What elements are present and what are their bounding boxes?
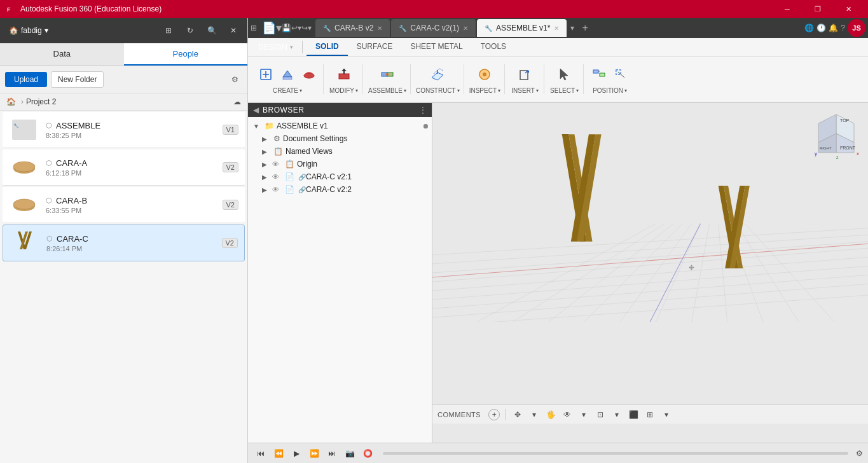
tab-close-icon[interactable]: ✕	[377, 25, 382, 32]
redo-icon[interactable]: ↪▾	[301, 24, 312, 32]
revolve-tool[interactable]	[299, 64, 319, 85]
expand-icon[interactable]: ▶	[262, 186, 271, 193]
upload-button[interactable]: Upload	[5, 72, 47, 87]
tree-item-cara-c-v2-2[interactable]: ▶ 👁 📄 🔗 CARA-C v2:2	[248, 183, 432, 196]
visibility-icon[interactable]: 👁	[272, 160, 282, 168]
user-button[interactable]: 🏠 fabdig ▾	[5, 24, 52, 38]
align-tool[interactable]	[589, 64, 609, 85]
tab-add-button[interactable]: +	[578, 22, 591, 34]
grid-btn[interactable]: ⊞	[643, 408, 657, 422]
expand-icon[interactable]: ▶	[262, 161, 271, 168]
version-badge[interactable]: V2	[223, 200, 238, 210]
home-icon[interactable]: 🏠	[6, 97, 16, 106]
position-tool-2[interactable]	[610, 64, 631, 85]
version-badge[interactable]: V2	[222, 238, 238, 248]
waffle-icon[interactable]: ⊞	[251, 24, 257, 32]
assemble-label[interactable]: ASSEMBLE ▾	[368, 87, 406, 94]
create-label[interactable]: CREATE ▾	[273, 87, 302, 94]
user-avatar[interactable]: JS	[848, 19, 865, 37]
tree-item-origin[interactable]: ▶ 👁 📋 Origin	[248, 158, 432, 170]
tab-close-icon[interactable]: ✕	[463, 25, 468, 32]
insert-label[interactable]: INSERT ▾	[511, 87, 539, 94]
play-button[interactable]: ▶	[289, 446, 304, 461]
look-btn-2[interactable]: ▾	[577, 408, 591, 422]
design-dropdown[interactable]: DESIGN ▾	[253, 41, 298, 53]
skip-end-button[interactable]: ⏭	[324, 446, 340, 461]
pan-btn-2[interactable]: ▾	[527, 408, 541, 422]
measure-tool[interactable]	[474, 64, 495, 85]
expand-icon[interactable]: ▶	[262, 135, 271, 142]
list-item[interactable]: ⬡ CARA-C 8:26:14 PM V2	[3, 225, 245, 261]
hand-tool-btn[interactable]: 🖐	[544, 408, 558, 422]
record-icon[interactable]: ⏺	[422, 122, 429, 130]
expand-icon[interactable]: ▶	[262, 174, 271, 181]
playback-settings-icon[interactable]: ⚙	[856, 449, 863, 458]
minimize-button[interactable]: ─	[773, 0, 802, 18]
tab-solid[interactable]: SOLID	[307, 38, 348, 56]
close-button[interactable]: ✕	[834, 0, 863, 18]
new-folder-button[interactable]: New Folder	[51, 71, 104, 88]
visibility-icon[interactable]: 👁	[272, 186, 282, 193]
save-icon[interactable]: 💾	[282, 24, 291, 32]
tab-close-icon[interactable]: ✕	[554, 25, 559, 32]
version-badge[interactable]: V2	[223, 162, 238, 172]
list-item[interactable]: ⬡ CARA-A 6:12:18 PM V2	[3, 149, 245, 186]
offset-plane-tool[interactable]	[427, 64, 448, 85]
tab-surface[interactable]: SURFACE	[348, 38, 402, 56]
tab-cara-c-v2-1[interactable]: 🔧 CARA-C v2(1) ✕	[391, 19, 476, 37]
capture-frame-btn[interactable]: 📷	[342, 446, 357, 461]
help-icon[interactable]: ?	[841, 24, 845, 32]
tab-data[interactable]: Data	[0, 43, 124, 66]
expand-icon[interactable]: ▶	[262, 148, 271, 155]
tab-sheet-metal[interactable]: SHEET METAL	[401, 38, 471, 56]
tab-assemble-v1[interactable]: 🔧 ASSEMBLE v1* ✕	[477, 19, 567, 37]
close-panel-icon[interactable]: ✕	[224, 22, 242, 39]
tree-item-assemble[interactable]: ▼ 📁 ASSEMBLE v1 ⏺	[248, 120, 432, 132]
list-item[interactable]: ⬡ CARA-B 6:33:55 PM V2	[3, 187, 245, 223]
cloud-icon[interactable]: ☁	[233, 97, 241, 106]
file-dropdown-icon[interactable]: 📄▾	[262, 21, 282, 35]
joint-tool[interactable]	[377, 64, 397, 85]
display-mode-btn[interactable]: ⬛	[626, 408, 640, 422]
expand-icon[interactable]: ▼	[253, 123, 262, 130]
maximize-button[interactable]: ❐	[803, 0, 832, 18]
modify-label[interactable]: MODIFY ▾	[329, 87, 358, 94]
tree-item-cara-c-v2-1[interactable]: ▶ 👁 📄 🔗 CARA-C v2:1	[248, 170, 432, 183]
step-back-button[interactable]: ⏪	[271, 446, 286, 461]
3d-viewport[interactable]: TOP FRONT RIGHT x y z COMMENTS + ✥ ▾	[432, 103, 868, 443]
select-label[interactable]: SELECT ▾	[550, 87, 579, 94]
browser-collapse-icon[interactable]: ◀	[253, 106, 259, 114]
step-forward-button[interactable]: ⏩	[307, 446, 322, 461]
tab-people[interactable]: People	[124, 43, 248, 66]
version-badge[interactable]: V1	[223, 125, 238, 135]
add-comment-button[interactable]: +	[488, 409, 500, 420]
tree-item-doc-settings[interactable]: ▶ ⚙ Document Settings	[248, 132, 432, 145]
network-icon[interactable]: 🌐	[804, 24, 814, 32]
tab-tools[interactable]: TOOLS	[472, 38, 515, 56]
undo-icon[interactable]: ↩▾	[291, 24, 301, 32]
select-tool[interactable]	[555, 64, 575, 85]
visibility-icon[interactable]: 👁	[272, 173, 282, 181]
tab-overflow-icon[interactable]: ▾	[568, 24, 577, 32]
zoom-fit-btn[interactable]: ⊡	[593, 408, 607, 422]
new-component-tool[interactable]	[256, 64, 276, 85]
construct-label[interactable]: CONSTRUCT ▾	[416, 87, 460, 94]
list-item[interactable]: 🔧 ⬡ ASSEMBLE 8:38:25 PM V1	[3, 112, 245, 148]
project-name[interactable]: Project 2	[26, 97, 56, 106]
extrude-tool[interactable]	[277, 64, 298, 85]
clock-icon[interactable]: 🕐	[816, 24, 826, 32]
tree-item-named-views[interactable]: ▶ 📋 Named Views	[248, 145, 432, 158]
refresh-icon[interactable]: ↻	[181, 22, 199, 39]
settings-icon[interactable]: ⚙	[227, 72, 242, 87]
press-pull-tool[interactable]	[334, 64, 354, 85]
insert-derive-tool[interactable]	[515, 64, 535, 85]
search-icon[interactable]: 🔍	[203, 22, 221, 39]
zoom-fit-2[interactable]: ▾	[610, 408, 624, 422]
record-btn[interactable]: ⭕	[360, 446, 375, 461]
view-cube[interactable]: TOP FRONT RIGHT x y z	[811, 109, 862, 160]
look-btn[interactable]: 👁	[560, 408, 574, 422]
position-label[interactable]: POSITION ▾	[593, 87, 627, 94]
timeline-track[interactable]	[383, 452, 848, 455]
grid-icon[interactable]: ⊞	[160, 22, 177, 39]
inspect-label[interactable]: INSPECT ▾	[469, 87, 500, 94]
